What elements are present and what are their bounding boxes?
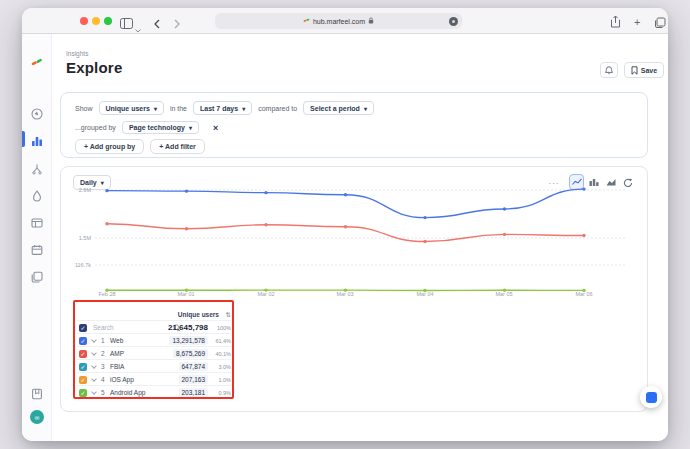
row-label[interactable]: Web: [110, 337, 123, 344]
save-button[interactable]: Save: [624, 62, 664, 78]
row-label[interactable]: iOS App: [110, 376, 134, 383]
add-filter-button[interactable]: + Add filter: [150, 139, 205, 154]
row-value: 8,675,269: [173, 349, 208, 358]
x-axis-tick: Mar 02: [257, 291, 274, 297]
series-checkbox[interactable]: ✓: [79, 363, 87, 371]
y-axis-tick: 116.7k: [61, 262, 91, 268]
expand-chevron-icon[interactable]: [91, 363, 97, 369]
row-value: 647,874: [179, 362, 209, 371]
zoom-window-button[interactable]: [104, 17, 112, 25]
group-by-dropdown[interactable]: Page technology▾: [122, 121, 199, 134]
grouped-by-label: ...grouped by: [75, 124, 116, 131]
lock-icon: [368, 17, 374, 25]
row-percent: 1.0%: [218, 377, 231, 383]
sidebar-item-compass-icon[interactable]: [31, 106, 43, 118]
caret-down-icon: ▾: [154, 105, 157, 112]
row-percent: 0.9%: [218, 390, 231, 396]
sidebar-item-flows-icon[interactable]: [31, 161, 43, 173]
sort-icon[interactable]: ⇅: [226, 311, 231, 319]
compared-to-label: compared to: [258, 105, 297, 112]
caret-down-icon: ▾: [242, 105, 245, 112]
x-axis-tick: Mar 01: [177, 291, 194, 297]
y-axis-tick: 1.5M: [61, 235, 91, 241]
table-row[interactable]: ✓ 3 FBIA 647,874 3.0%: [77, 359, 231, 372]
table-header-row: Unique users ⇅: [77, 309, 231, 320]
browser-window: hub.marfeel.com +: [22, 8, 668, 441]
table-row[interactable]: ✓ 4 iOS App 207,163 1.0%: [77, 372, 231, 385]
remove-group-icon[interactable]: ×: [213, 123, 218, 133]
row-value: 13,291,578: [169, 336, 208, 345]
tab-overview-icon[interactable]: [654, 15, 666, 33]
sidebar-item-reports-icon[interactable]: [31, 269, 43, 281]
caret-down-icon: ▾: [364, 105, 367, 112]
marfeel-logo: [31, 54, 43, 66]
total-percent: 100%: [217, 325, 231, 331]
app-sidebar: ∞: [22, 34, 52, 441]
active-item-indicator: [22, 131, 25, 147]
user-avatar[interactable]: ∞: [30, 410, 44, 424]
metric-column-header[interactable]: Unique users: [178, 311, 219, 318]
search-input[interactable]: [93, 323, 171, 332]
metric-dropdown[interactable]: Unique users▾: [99, 101, 164, 115]
breadcrumb: Insights: [66, 50, 88, 57]
series-checkbox[interactable]: ✓: [79, 350, 87, 358]
chat-icon: [646, 392, 657, 403]
chart-card: Daily▾ ··· 2: [60, 166, 648, 412]
row-percent: 61.4%: [215, 338, 231, 344]
series-checkbox[interactable]: ✓: [79, 376, 87, 384]
x-axis-tick: Mar 06: [575, 291, 592, 297]
in-the-label: in the: [170, 105, 187, 112]
x-axis-tick: Mar 05: [495, 291, 512, 297]
back-icon[interactable]: [154, 15, 160, 33]
new-tab-icon[interactable]: +: [634, 16, 640, 28]
table-row[interactable]: ✓ 2 AMP 8,675,269 40.1%: [77, 346, 231, 359]
expand-chevron-icon[interactable]: [91, 376, 97, 382]
query-builder-card: Show Unique users▾ in the Last 7 days▾ c…: [60, 92, 648, 158]
table-total-row: ✓ 21,645,798 100%: [77, 320, 231, 333]
row-label[interactable]: AMP: [110, 350, 124, 357]
sidebar-item-calendar-icon[interactable]: [31, 242, 43, 254]
row-percent: 40.1%: [215, 351, 231, 357]
share-icon[interactable]: [610, 14, 621, 32]
breakdown-table: Unique users ⇅ ✓ 21,645,798 100% ✓: [77, 309, 231, 398]
sidebar-toggle-icon[interactable]: [120, 15, 133, 33]
forward-icon[interactable]: [174, 15, 180, 33]
period-dropdown[interactable]: Last 7 days▾: [193, 101, 252, 115]
row-label[interactable]: Android App: [110, 389, 145, 396]
address-bar[interactable]: hub.marfeel.com: [215, 13, 462, 29]
x-axis-tick: Feb 28: [98, 291, 115, 297]
browser-toolbar: hub.marfeel.com +: [22, 8, 668, 34]
compare-period-dropdown[interactable]: Select a period▾: [303, 101, 374, 115]
help-book-icon[interactable]: [31, 386, 43, 398]
bell-icon: [605, 66, 613, 75]
table-row[interactable]: ✓ 1 Web 13,291,578 61.4%: [77, 333, 231, 346]
sidebar-item-insights-icon[interactable]: [31, 133, 43, 145]
row-label[interactable]: FBIA: [110, 363, 124, 370]
series-checkbox[interactable]: ✓: [79, 389, 87, 397]
total-value: 21,645,798: [168, 323, 208, 332]
page-title: Explore: [66, 59, 122, 76]
caret-down-icon: ▾: [189, 124, 192, 131]
expand-chevron-icon[interactable]: [91, 337, 97, 343]
sidebar-item-pages-icon[interactable]: [31, 215, 43, 227]
expand-chevron-icon[interactable]: [91, 389, 97, 395]
extension-badge-icon[interactable]: [449, 17, 458, 26]
x-axis-tick: Mar 03: [336, 291, 353, 297]
x-axis-tick: Mar 04: [416, 291, 433, 297]
notifications-button[interactable]: [600, 62, 618, 78]
minimize-window-button[interactable]: [92, 17, 100, 25]
add-group-by-button[interactable]: + Add group by: [75, 139, 144, 154]
url-text: hub.marfeel.com: [313, 18, 365, 25]
show-label: Show: [75, 105, 93, 112]
table-row[interactable]: ✓ 5 Android App 203,181 0.9%: [77, 385, 231, 398]
main-content: Insights Explore Save Show Unique users▾…: [52, 34, 668, 441]
expand-chevron-icon[interactable]: [91, 350, 97, 356]
close-window-button[interactable]: [80, 17, 88, 25]
select-all-checkbox[interactable]: ✓: [79, 324, 87, 332]
chat-launcher-button[interactable]: [640, 386, 662, 408]
series-checkbox[interactable]: ✓: [79, 337, 87, 345]
site-favicon: [303, 17, 310, 25]
sidebar-item-trending-icon[interactable]: [31, 188, 43, 200]
line-chart[interactable]: [95, 183, 627, 297]
row-percent: 3.0%: [218, 364, 231, 370]
